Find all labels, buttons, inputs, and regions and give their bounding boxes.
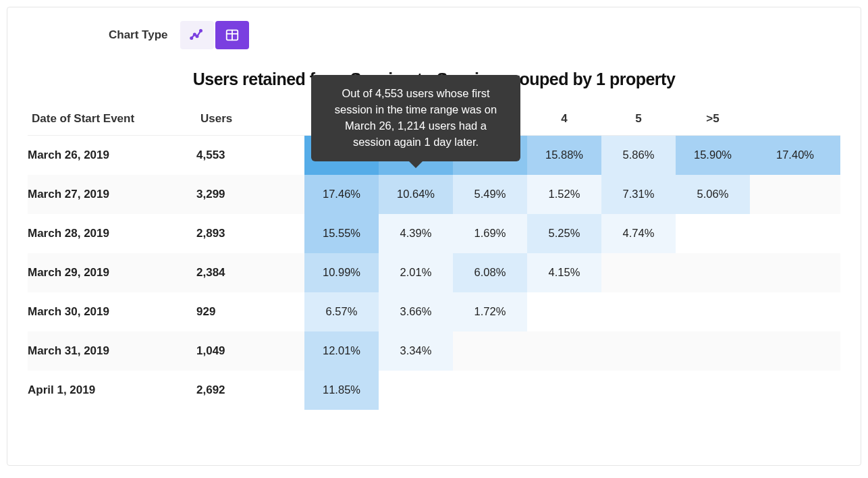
retention-cell[interactable]	[453, 331, 527, 371]
retention-cell[interactable]: 2.01%	[379, 253, 453, 292]
svg-point-3	[200, 30, 202, 32]
retention-cell[interactable]	[676, 331, 750, 371]
table-row: March 31, 20191,04912.01%3.34%	[28, 331, 840, 371]
users-cell: 4,553	[196, 136, 304, 175]
svg-point-2	[196, 35, 198, 37]
table-icon	[225, 28, 240, 43]
table-row: March 30, 20199296.57%3.66%1.72%	[28, 292, 840, 331]
col-header-extra	[750, 107, 840, 136]
table-row: March 28, 20192,89315.55%4.39%1.69%5.25%…	[28, 214, 840, 253]
retention-cell[interactable]	[601, 292, 676, 331]
users-cell: 929	[196, 292, 304, 331]
retention-cell[interactable]: 7.31%	[601, 175, 676, 214]
retention-cell[interactable]	[750, 292, 840, 331]
retention-cell[interactable]: 6.08%	[453, 253, 527, 292]
chart-type-toolbar: Chart Type	[109, 21, 840, 49]
table-row: March 27, 20193,29917.46%10.64%5.49%1.52…	[28, 175, 840, 214]
col-header-day-4: 4	[527, 107, 601, 136]
retention-cell[interactable]: 15.88%	[527, 136, 601, 175]
svg-point-1	[194, 34, 196, 36]
retention-cell[interactable]: 11.85%	[304, 371, 379, 410]
col-header-users: Users	[196, 107, 304, 136]
chart-type-table-button[interactable]	[215, 21, 249, 49]
retention-cell[interactable]: 1.69%	[453, 214, 527, 253]
retention-cell[interactable]: 1.72%	[453, 292, 527, 331]
retention-cell[interactable]: 4.74%	[601, 214, 676, 253]
table-row: April 1, 20192,69211.85%	[28, 371, 840, 410]
users-cell: 2,893	[196, 214, 304, 253]
date-cell: March 30, 2019	[28, 292, 196, 331]
retention-cell[interactable]	[527, 331, 601, 371]
retention-cell[interactable]: 5.49%	[453, 175, 527, 214]
line-chart-icon	[190, 28, 205, 43]
retention-cell[interactable]	[750, 214, 840, 253]
retention-cell[interactable]: 17.46%	[304, 175, 379, 214]
col-header-date: Date of Start Event	[28, 107, 196, 136]
users-cell: 2,692	[196, 371, 304, 410]
chart-type-toggle-group	[180, 21, 249, 49]
date-cell: March 27, 2019	[28, 175, 196, 214]
retention-cell[interactable]	[750, 371, 840, 410]
retention-cell[interactable]	[527, 371, 601, 410]
retention-cell[interactable]	[453, 371, 527, 410]
retention-cell[interactable]: 10.99%	[304, 253, 379, 292]
retention-cell[interactable]	[527, 292, 601, 331]
retention-cell[interactable]: 5.86%	[601, 136, 676, 175]
retention-cell[interactable]: 10.64%	[379, 175, 453, 214]
users-cell: 1,049	[196, 331, 304, 371]
retention-cell[interactable]	[750, 331, 840, 371]
retention-cell[interactable]: 3.34%	[379, 331, 453, 371]
svg-point-0	[190, 37, 192, 39]
retention-cell[interactable]: 3.66%	[379, 292, 453, 331]
users-cell: 2,384	[196, 253, 304, 292]
date-cell: March 28, 2019	[28, 214, 196, 253]
retention-cell[interactable]	[601, 371, 676, 410]
retention-cell[interactable]: 4.39%	[379, 214, 453, 253]
col-header-day-gt5: >5	[676, 107, 750, 136]
chart-type-line-button[interactable]	[180, 21, 214, 49]
date-cell: April 1, 2019	[28, 371, 196, 410]
retention-cell[interactable]: 5.06%	[676, 175, 750, 214]
retention-cell[interactable]: 1.52%	[527, 175, 601, 214]
date-cell: March 31, 2019	[28, 331, 196, 371]
retention-cell[interactable]	[601, 331, 676, 371]
retention-cell[interactable]	[750, 253, 840, 292]
table-row: March 29, 20192,38410.99%2.01%6.08%4.15%	[28, 253, 840, 292]
retention-cell[interactable]	[676, 292, 750, 331]
retention-cell[interactable]	[379, 371, 453, 410]
tooltip-text: Out of 4,553 users whose first session i…	[335, 87, 497, 148]
date-cell: March 29, 2019	[28, 253, 196, 292]
users-cell: 3,299	[196, 175, 304, 214]
retention-cell[interactable]: 5.25%	[527, 214, 601, 253]
retention-tooltip: Out of 4,553 users whose first session i…	[311, 75, 520, 161]
date-cell: March 26, 2019	[28, 136, 196, 175]
retention-cell[interactable]	[676, 253, 750, 292]
retention-panel: Chart Type Out of 4,553	[7, 7, 861, 466]
retention-cell[interactable]: 12.01%	[304, 331, 379, 371]
retention-cell[interactable]: 4.15%	[527, 253, 601, 292]
retention-cell[interactable]	[676, 214, 750, 253]
retention-cell[interactable]	[601, 253, 676, 292]
col-header-day-5: 5	[601, 107, 676, 136]
retention-cell[interactable]: 15.55%	[304, 214, 379, 253]
chart-type-label: Chart Type	[109, 28, 168, 42]
retention-cell[interactable]	[750, 175, 840, 214]
retention-cell[interactable]: 6.57%	[304, 292, 379, 331]
retention-cell[interactable]: 17.40%	[750, 136, 840, 175]
retention-cell[interactable]	[676, 371, 750, 410]
retention-cell[interactable]: 15.90%	[676, 136, 750, 175]
